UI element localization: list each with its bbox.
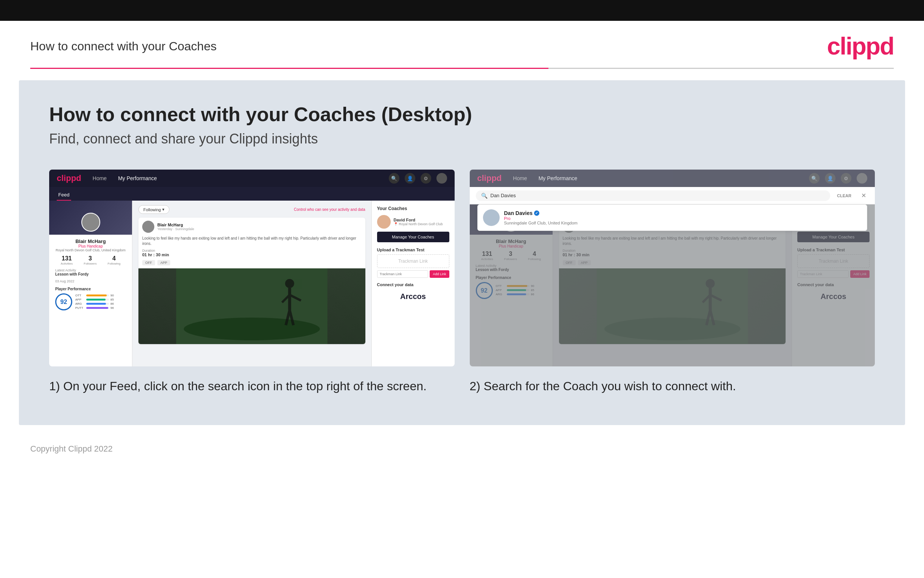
app-nav-2: clippd Home My Performance 🔍 👤 ⚙ (470, 170, 875, 187)
search-input-area[interactable]: 🔍 Dan Davies (476, 190, 830, 201)
search-result[interactable]: Dan Davies ✓ Pro Sunningdale Golf Club, … (477, 205, 867, 231)
panel-2: clippd Home My Performance 🔍 👤 ⚙ 🔍 (470, 170, 875, 395)
post-author-name: Blair McHarg (157, 222, 194, 227)
bar-putt: PUTT 96 (75, 306, 117, 310)
app-btn[interactable]: APP (157, 260, 170, 265)
bar-arg-val: 86 (110, 302, 117, 305)
profile-name: Blair McHarg (55, 239, 126, 244)
nav-icons-2: 🔍 👤 ⚙ (809, 173, 867, 183)
caption-body-1: On your Feed, click on the search icon i… (63, 379, 427, 393)
golfer-svg (138, 268, 366, 344)
stat-activities: 131 Activities (61, 255, 73, 265)
activity-date: 03 Aug 2022 (55, 279, 126, 283)
post-author-info: Blair McHarg Yesterday · Sunningdale (157, 222, 194, 231)
settings-icon-nav-2: ⚙ (841, 173, 851, 183)
arccos-logo: Arccos (377, 289, 449, 304)
trackman-input[interactable] (377, 270, 429, 278)
post-image (138, 268, 366, 344)
screenshot-2: clippd Home My Performance 🔍 👤 ⚙ 🔍 (470, 170, 875, 366)
header-divider (30, 68, 894, 69)
coach-club-1: 📍 Royal North Devon Golf Club (394, 222, 443, 226)
profile-icon-nav-2: 👤 (825, 173, 835, 183)
off-btn[interactable]: OFF (142, 260, 155, 265)
main-content: How to connect with your Coaches (Deskto… (19, 80, 905, 425)
player-perf-section: Player Performance 92 OTT 90 (55, 287, 126, 310)
bar-app-fill (86, 299, 105, 300)
post-avatar (142, 221, 154, 233)
app-logo-2: clippd (477, 174, 502, 183)
following-btn[interactable]: Following ▾ (138, 205, 170, 214)
coaches-title-1: Your Coaches (377, 206, 449, 211)
post-text: Looking to feel like my hands are exitin… (138, 236, 366, 249)
post-meta: Yesterday · Sunningdale (157, 227, 194, 231)
nav-home-1: Home (93, 175, 107, 181)
bar-ott-val: 90 (110, 294, 117, 297)
upload-section: Upload a Trackman Test Trackman Link Add… (377, 248, 449, 278)
post-actions: OFF APP (138, 258, 366, 268)
feed-post-1: Blair McHarg Yesterday · Sunningdale Loo… (138, 218, 366, 344)
search-text: Dan Davies (490, 193, 516, 198)
bar-arg-fill (86, 303, 106, 305)
result-name-text: Dan Davies (504, 210, 532, 216)
clear-btn[interactable]: CLEAR (834, 192, 854, 200)
screenshots-row: clippd Home My Performance 🔍 👤 ⚙ Feed (49, 170, 875, 395)
location-icon: 📍 (394, 222, 398, 226)
post-duration-label: Duration 01 hr : 30 min (138, 249, 366, 258)
bar-arg: ARG 86 (75, 302, 117, 305)
score-circle: 92 (55, 293, 72, 310)
profile-icon-nav[interactable]: 👤 (405, 173, 415, 183)
coach-avatar-1 (377, 215, 391, 229)
feed-tab-1[interactable]: Feed (57, 190, 71, 201)
bar-ott-fill (86, 294, 107, 296)
coach-club-text-1: Royal North Devon Golf Club (399, 222, 443, 226)
connect-title: Connect your data (377, 283, 449, 287)
app-center-1: Following ▾ Control who can see your act… (133, 201, 371, 366)
stat-following-label: Following (108, 262, 121, 265)
panel-1: clippd Home My Performance 🔍 👤 ⚙ Feed (49, 170, 455, 395)
result-club: Sunningdale Golf Club, United Kingdom (504, 221, 578, 225)
caption-2: 2) Search for the Coach you wish to conn… (470, 366, 875, 395)
nav-home-2: Home (513, 175, 527, 181)
settings-icon-nav[interactable]: ⚙ (421, 173, 431, 183)
search-icon-nav[interactable]: 🔍 (389, 173, 400, 183)
stat-activities-num: 131 (61, 255, 73, 262)
profile-pic (81, 213, 100, 232)
trackman-box: Trackman Link (377, 254, 449, 268)
add-link-btn[interactable]: Add Link (430, 270, 449, 278)
caption-num-1: 1) (49, 379, 60, 393)
screenshot-1: clippd Home My Performance 🔍 👤 ⚙ Feed (49, 170, 455, 366)
nav-my-performance-1: My Performance (118, 175, 157, 181)
caption-body-2: Search for the Coach you wish to connect… (484, 379, 736, 393)
search-overlay: 🔍 Dan Davies CLEAR ✕ Dan Davies ✓ (470, 187, 875, 231)
header-title: How to connect with your Coaches (30, 39, 217, 54)
search-icon-nav-2: 🔍 (809, 173, 820, 183)
profile-detail: Royal North Devon Golf Club, United King… (55, 248, 126, 252)
caption-1: 1) On your Feed, click on the search ico… (49, 366, 455, 395)
bar-putt-fill (86, 307, 108, 309)
coach-info-1: David Ford 📍 Royal North Devon Golf Club (394, 218, 443, 226)
nav-icons-1: 🔍 👤 ⚙ (389, 173, 447, 183)
stat-followers: 3 Followers (84, 255, 96, 265)
stat-activities-label: Activities (61, 262, 73, 265)
activity-title: Lesson with Fordy (55, 272, 126, 276)
caption-num-2: 2) (470, 379, 481, 393)
bar-ott: OTT 90 (75, 294, 117, 297)
nav-avatar-1[interactable] (437, 173, 447, 183)
connect-section: Connect your data Arccos (377, 283, 449, 304)
search-icon-2: 🔍 (481, 193, 487, 199)
stat-followers-num: 3 (84, 255, 96, 262)
bar-putt-track (86, 307, 109, 309)
chevron-down-icon: ▾ (162, 207, 165, 212)
header: How to connect with your Coaches clippd (0, 21, 924, 68)
coach-item-1: David Ford 📍 Royal North Devon Golf Club (377, 215, 449, 229)
result-info: Dan Davies ✓ Pro Sunningdale Golf Club, … (504, 210, 578, 225)
bar-app-label: APP (75, 298, 85, 301)
post-header: Blair McHarg Yesterday · Sunningdale (138, 218, 366, 236)
post-duration-val: 01 hr : 30 min (142, 252, 169, 257)
caption-text-2: 2) Search for the Coach you wish to conn… (470, 378, 875, 395)
stat-following: 4 Following (108, 255, 121, 265)
close-btn[interactable]: ✕ (858, 190, 869, 201)
profile-pic-area (49, 201, 132, 235)
manage-coaches-btn[interactable]: Manage Your Coaches (377, 232, 449, 242)
control-link[interactable]: Control who can see your activity and da… (294, 208, 365, 212)
